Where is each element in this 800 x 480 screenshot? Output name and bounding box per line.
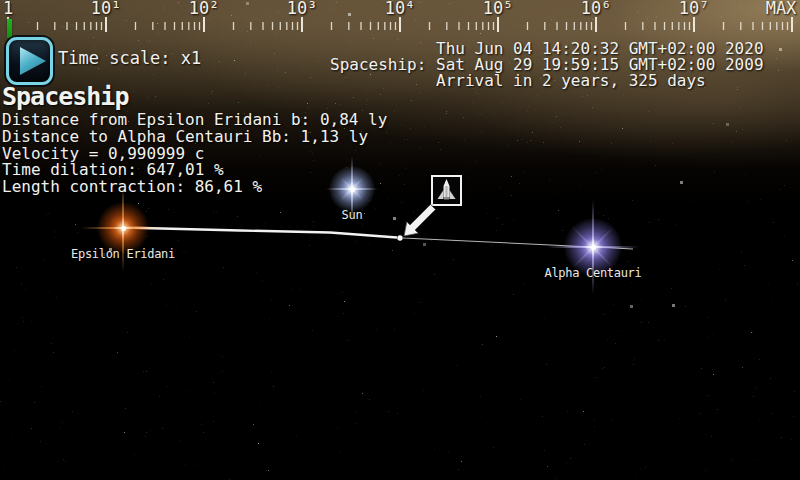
play-button[interactable] bbox=[6, 37, 53, 85]
game-screen: Epsilon EridaniSunAlpha Centauri 110¹10²… bbox=[0, 0, 800, 480]
length-contraction-line: Length contraction: 86,61 % bbox=[2, 179, 387, 196]
scale-label-10¹: 10¹ bbox=[91, 0, 122, 17]
star-label: Alpha Centauri bbox=[545, 266, 642, 280]
scale-label-MAX: MAX bbox=[766, 0, 797, 17]
star-label: Epsilon Eridani bbox=[71, 247, 175, 261]
time-scale-label: Time scale: x1 bbox=[58, 48, 201, 68]
spaceship-info-panel: Spaceship Distance from Epsilon Eridani … bbox=[2, 83, 387, 196]
play-icon bbox=[20, 47, 46, 75]
scale-label-10³: 10³ bbox=[287, 0, 318, 17]
arrival-value: Arrival in 2 years, 325 days bbox=[436, 73, 706, 89]
scale-label-10⁵: 10⁵ bbox=[483, 0, 514, 17]
spaceship-time-label: Spaceship: bbox=[330, 57, 426, 73]
time-scale-ruler[interactable]: 110¹10²10³10⁴10⁵10⁶10⁷MAX bbox=[0, 0, 800, 40]
scale-label-10⁷: 10⁷ bbox=[679, 0, 710, 17]
space-shuttle-icon bbox=[433, 177, 460, 204]
star-label: Sun bbox=[342, 208, 363, 222]
scale-label-10⁶: 10⁶ bbox=[581, 0, 612, 17]
time-scale-thumb[interactable] bbox=[7, 19, 12, 38]
scale-label-1: 1 bbox=[3, 0, 13, 17]
scale-label-10⁴: 10⁴ bbox=[385, 0, 416, 17]
scale-label-10²: 10² bbox=[189, 0, 220, 17]
clock-panel: Thu Jun 04 14:20:32 GMT+02:00 2020 Space… bbox=[330, 41, 764, 89]
ship-pointer-arrow-icon bbox=[396, 202, 442, 246]
arrival-row: Arrival in 2 years, 325 days bbox=[330, 73, 764, 89]
panel-title: Spaceship bbox=[2, 83, 387, 110]
